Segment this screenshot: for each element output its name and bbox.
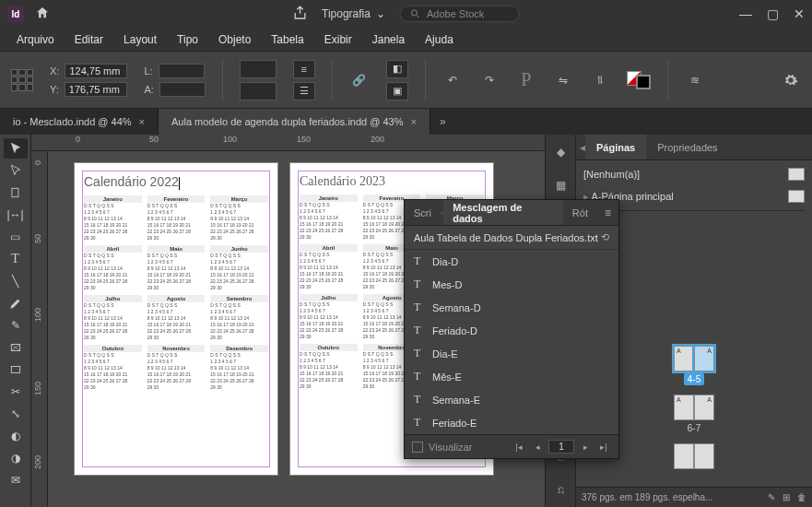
x-input[interactable] <box>65 64 127 78</box>
menu-janela[interactable]: Janela <box>363 29 414 50</box>
spread-thumb[interactable] <box>674 443 714 469</box>
refresh-source-icon[interactable]: ⟲ <box>601 231 609 243</box>
panel-tab-scripts[interactable]: Scri <box>405 200 441 225</box>
spread-thumb[interactable]: A A 4-5 <box>674 346 714 385</box>
stock-search[interactable]: Adobe Stock <box>400 6 520 22</box>
align-left-icon[interactable]: ≡ <box>293 60 315 78</box>
rotate-cw-icon[interactable]: ↷ <box>479 70 500 90</box>
direct-selection-tool[interactable] <box>4 160 28 181</box>
effects-icon[interactable]: ▣ <box>386 82 408 100</box>
horizontal-ruler[interactable]: 0 50 100 150 200 <box>31 135 545 151</box>
maximize-button[interactable]: ▢ <box>767 6 779 21</box>
tabs-overflow-icon[interactable]: » <box>430 109 455 135</box>
note-tool[interactable]: ✉ <box>4 470 28 490</box>
width-input[interactable] <box>159 64 205 78</box>
menu-layout[interactable]: Layout <box>114 29 166 50</box>
preview-checkbox[interactable] <box>412 442 423 453</box>
data-field[interactable]: TMês-E <box>405 365 618 388</box>
type-tool[interactable]: T <box>4 249 28 269</box>
data-field[interactable]: TMes-D <box>405 273 618 296</box>
new-page-icon[interactable]: ⊞ <box>783 492 790 502</box>
menu-tabela[interactable]: Tabela <box>262 29 312 50</box>
para-style-select[interactable] <box>240 82 277 100</box>
data-field[interactable]: TSemana-D <box>405 296 618 319</box>
panel-tab-datamerge[interactable]: Mesclagem de dados <box>443 200 563 225</box>
rectangle-frame-tool[interactable] <box>4 337 28 358</box>
page-thumb[interactable]: A <box>674 346 694 371</box>
first-record-icon[interactable]: |◂ <box>512 440 526 454</box>
record-number-input[interactable] <box>548 440 574 454</box>
rotate-ccw-icon[interactable]: ↶ <box>442 70 463 90</box>
document-tab-inactive[interactable]: io - Mesclado.indd @ 44% × <box>0 109 159 135</box>
delete-page-icon[interactable]: 🗑 <box>797 492 806 502</box>
gradient-feather-tool[interactable]: ◑ <box>4 448 28 468</box>
data-field[interactable]: TSemana-E <box>405 388 618 411</box>
vertical-ruler[interactable]: 0 50 100 150 200 <box>31 151 48 507</box>
data-field[interactable]: TDia-E <box>405 342 618 365</box>
pencil-tool[interactable]: ✎ <box>4 315 28 336</box>
close-tab-icon[interactable]: × <box>411 116 417 127</box>
close-button[interactable]: ✕ <box>794 6 805 21</box>
corner-options-icon[interactable]: ◧ <box>386 60 408 78</box>
fill-stroke-swatch[interactable] <box>627 71 651 89</box>
panel-tab-pages[interactable]: Páginas <box>585 135 646 159</box>
panel-menu-icon[interactable]: ≡ <box>597 206 618 219</box>
master-none-row[interactable]: [Nenhum(a)] <box>583 166 805 183</box>
home-icon[interactable] <box>35 6 50 23</box>
text-wrap-icon[interactable]: ≋ <box>685 70 705 90</box>
stroke-swatch[interactable] <box>636 75 651 89</box>
workspace-switcher[interactable]: Tipografia ⌄ <box>322 7 385 20</box>
data-field[interactable]: TDia-D <box>405 250 618 273</box>
list-icon[interactable]: ☰ <box>293 82 315 100</box>
edit-page-icon[interactable]: ✎ <box>768 492 775 502</box>
minimize-button[interactable]: — <box>739 6 752 21</box>
y-input[interactable] <box>65 82 127 97</box>
menu-objeto[interactable]: Objeto <box>209 29 260 50</box>
share-icon[interactable] <box>292 6 307 23</box>
free-transform-tool[interactable]: ⤡ <box>4 404 28 424</box>
gap-tool[interactable]: |↔| <box>4 205 28 225</box>
content-collector-tool[interactable]: ▭ <box>4 227 28 247</box>
document-tab-active[interactable]: Aula modelo de agenda dupla feriados.ind… <box>159 109 430 135</box>
next-record-icon[interactable]: ▸ <box>578 440 593 454</box>
menu-editar[interactable]: Editar <box>65 29 112 50</box>
gear-icon[interactable] <box>781 70 801 90</box>
data-source-row[interactable]: Aula Tabela de Dados Dupla Feriados.txt … <box>405 226 618 250</box>
rectangle-tool[interactable] <box>4 360 28 380</box>
menu-exibir[interactable]: Exibir <box>315 29 361 50</box>
page-thumb[interactable]: A <box>674 395 694 420</box>
reference-point-grid[interactable] <box>11 69 33 91</box>
color-icon[interactable]: ▦ <box>550 175 571 195</box>
data-field[interactable]: TFeriado-E <box>405 411 618 434</box>
height-input[interactable] <box>159 82 206 97</box>
gradient-swatch-tool[interactable]: ◐ <box>4 426 28 446</box>
menu-tipo[interactable]: Tipo <box>168 29 207 50</box>
menu-ajuda[interactable]: Ajuda <box>416 29 463 50</box>
selection-tool[interactable] <box>4 138 28 159</box>
char-style-select[interactable] <box>240 60 277 78</box>
page-tool[interactable] <box>4 183 28 203</box>
character-icon[interactable]: P <box>516 70 536 90</box>
flip-v-icon[interactable]: ⥮ <box>590 70 610 90</box>
pen-tool[interactable] <box>4 293 28 313</box>
page-thumb[interactable]: A <box>694 395 714 420</box>
last-record-icon[interactable]: ▸| <box>596 440 611 454</box>
page-thumb[interactable]: A <box>694 346 714 371</box>
link-icon[interactable]: 🔗 <box>349 70 370 90</box>
panel-tab-labels[interactable]: Rót <box>563 200 597 225</box>
links-icon[interactable]: ⎌ <box>550 479 571 500</box>
close-tab-icon[interactable]: × <box>139 116 145 127</box>
panel-tab-properties[interactable]: Propriedades <box>646 135 728 159</box>
panel-collapse-icon[interactable]: ◂ <box>576 141 585 154</box>
prev-record-icon[interactable]: ◂ <box>530 440 545 454</box>
cc-libraries-icon[interactable]: ◆ <box>550 142 571 162</box>
page-left[interactable]: Calendário 2022 JaneiroD S T Q Q S S 1 2… <box>74 162 278 476</box>
data-field[interactable]: TFeriado-D <box>405 319 618 342</box>
line-tool[interactable]: ╲ <box>4 271 28 291</box>
flip-h-icon[interactable]: ⇋ <box>553 70 573 90</box>
spread-thumb[interactable]: A A 6-7 <box>674 395 714 434</box>
menu-arquivo[interactable]: Arquivo <box>7 29 64 50</box>
page-thumb[interactable] <box>694 443 714 469</box>
data-merge-panel[interactable]: Scri ◦ Mesclagem de dados Rót ≡ Aula Tab… <box>404 199 619 459</box>
scissors-tool[interactable]: ✂ <box>4 382 28 402</box>
